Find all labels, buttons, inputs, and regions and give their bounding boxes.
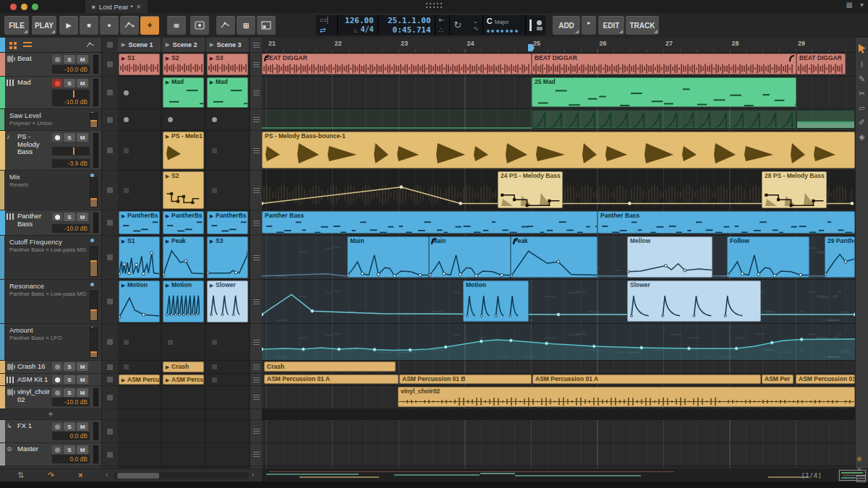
volume-value[interactable]: -10.0 dB	[52, 224, 90, 233]
launcher-clip[interactable]: ▶Mad	[207, 77, 248, 108]
arranger-clip[interactable]: 29 Panther Bass	[825, 236, 855, 278]
clip-slot[interactable]	[162, 443, 205, 466]
arranger-clip[interactable]: Panther Bass	[262, 211, 597, 234]
arranger-clip[interactable]: Slower	[627, 281, 761, 322]
time-signature[interactable]: △ 4/4	[341, 25, 374, 34]
arranger-clip[interactable]: Main	[429, 236, 511, 278]
clip-slot[interactable]: ▶S2	[162, 53, 205, 76]
volume-slider[interactable]	[52, 147, 90, 155]
scroll-right-icon[interactable]: ›	[252, 471, 254, 479]
clip-slot[interactable]	[118, 77, 161, 108]
solo-button[interactable]: S	[64, 362, 75, 371]
arranger-clip[interactable]: Motion	[463, 281, 529, 322]
stop-all-cell[interactable]	[102, 38, 118, 53]
clip-play-icon[interactable]: ▶	[122, 212, 125, 220]
list-view-icon[interactable]	[23, 42, 32, 48]
alt-scene-cell[interactable]	[250, 420, 262, 443]
arranger-clip[interactable]	[532, 110, 796, 129]
add-track-label[interactable]: +	[48, 409, 53, 419]
clip-slot[interactable]: ▶S2	[162, 171, 205, 210]
stop-button[interactable]: ■	[80, 16, 98, 35]
arranger-clip[interactable]: BEAT DIGGAR	[262, 53, 532, 74]
clip-slot[interactable]	[118, 443, 161, 466]
mute-button[interactable]: M	[77, 133, 88, 142]
launcher-clip[interactable]: ▶Crash	[163, 361, 204, 372]
scene-header-3[interactable]: ▶Scene 3	[206, 38, 250, 52]
volume-value[interactable]: 0.0 dB	[52, 455, 90, 463]
song-position[interactable]: 25.1.1.00	[382, 17, 431, 25]
scene-header-1[interactable]: ▶Scene 1	[118, 38, 161, 52]
layout-grid-icon[interactable]: ▦	[846, 1, 853, 9]
file-button[interactable]: FILE	[4, 16, 29, 35]
playhead-marker[interactable]	[528, 44, 535, 51]
record-arm-button[interactable]	[52, 55, 62, 64]
clip-stop-cell[interactable]	[102, 361, 118, 374]
arranger-clip[interactable]: Panther Bass	[597, 211, 855, 234]
clip-stop-cell[interactable]	[102, 386, 118, 409]
project-tab[interactable]: ■ Lost Pear * ×	[85, 0, 148, 13]
record-arm-button[interactable]	[52, 422, 62, 431]
track-row-ps-melody-bass[interactable]: ♪PS - Melody BassSM-3.9 dB	[0, 131, 101, 171]
alt-scene-cell[interactable]	[250, 443, 262, 466]
clip-slot[interactable]	[118, 420, 161, 442]
position-section[interactable]: 25.1.1.00 0:45.714	[378, 15, 435, 35]
song-time[interactable]: 0:45.714	[382, 26, 431, 34]
mute-button[interactable]: M	[77, 213, 88, 221]
record-arm-button[interactable]	[52, 445, 62, 454]
arranger-clip[interactable]: BEAT DIGGAR	[532, 53, 796, 74]
alt-header-cell[interactable]	[250, 38, 262, 53]
clip-slot[interactable]	[118, 109, 161, 130]
grid-view-icon[interactable]	[9, 42, 12, 45]
volume-value[interactable]: -10.0 dB	[52, 398, 90, 406]
launcher-clip[interactable]: ▶ASM Percu	[119, 374, 160, 385]
clip-play-icon[interactable]: ▶	[122, 376, 125, 384]
clip-play-icon[interactable]: ▶	[210, 237, 213, 245]
clip-play-icon[interactable]: ▶	[166, 78, 169, 86]
clip-play-icon[interactable]: ▶	[166, 212, 169, 220]
clip-stop-cell[interactable]	[102, 324, 118, 361]
maximize-window-light[interactable]	[32, 4, 38, 10]
close-window-light[interactable]	[10, 4, 17, 10]
clip-slot[interactable]: ▶S3	[206, 53, 250, 76]
edit-button[interactable]: EDIT	[598, 16, 624, 35]
clip-stop-cell[interactable]	[102, 236, 118, 280]
io-panel-icon[interactable]: ✳	[856, 455, 862, 464]
automation-follow-icon[interactable]	[86, 41, 95, 49]
record-arm-button[interactable]	[52, 362, 62, 371]
eraser-tool-icon[interactable]: ▱	[857, 104, 867, 112]
clip-slot[interactable]: ▶PantherBs	[162, 210, 205, 235]
clip-play-icon[interactable]: ▶	[210, 281, 213, 289]
jump-icons[interactable]: ⇤ ∴	[435, 15, 451, 35]
clip-slot[interactable]	[118, 324, 161, 360]
clip-slot[interactable]: ▶ASM Percu	[118, 374, 161, 385]
lane-fader[interactable]	[90, 177, 98, 207]
clip-play-icon[interactable]: ▶	[210, 212, 213, 220]
close-tab-icon[interactable]: ×	[137, 3, 141, 11]
clip-slot[interactable]	[206, 374, 250, 385]
automation-lane-mix[interactable]: MixReverb	[0, 171, 101, 210]
clip-slot[interactable]: ▶PantherBs	[206, 210, 250, 235]
arranger-clip[interactable]: Peak	[511, 236, 597, 278]
clip-slot[interactable]: ▶S1	[118, 53, 161, 76]
clip-slot[interactable]: ▶PantherBs	[118, 210, 161, 235]
tempo-section[interactable]: 126.00 △ 4/4	[338, 15, 378, 35]
mute-button[interactable]: M	[77, 445, 88, 454]
scrollbar-thumb[interactable]	[117, 473, 159, 479]
arranger-clip[interactable]: Mellow	[627, 236, 712, 278]
clip-play-icon[interactable]: ▶	[166, 376, 169, 384]
clip-stop-cell[interactable]	[102, 420, 118, 443]
launcher-clip[interactable]: ▶ASM Percu	[163, 374, 204, 385]
mute-button[interactable]: M	[77, 55, 88, 64]
launcher-clip[interactable]: ▶Peak	[163, 236, 204, 278]
clip-slot[interactable]: ▶Mad	[206, 77, 250, 108]
launcher-clip[interactable]: ▶Motion	[163, 281, 204, 322]
clip-slot[interactable]	[118, 361, 161, 373]
mute-button[interactable]: M	[77, 388, 88, 397]
alt-scene-cell[interactable]	[250, 324, 262, 361]
arranger-clip[interactable]: 24 PS - Melody Bass	[498, 171, 563, 208]
pen-tool-icon[interactable]: ✐	[857, 119, 867, 127]
launcher-clip[interactable]: ▶PS - Melo1	[163, 132, 204, 169]
clip-play-icon[interactable]: ▶	[122, 237, 125, 245]
launcher-clip[interactable]: ▶Slower	[207, 281, 248, 322]
overdub-button[interactable]: +	[140, 16, 159, 35]
